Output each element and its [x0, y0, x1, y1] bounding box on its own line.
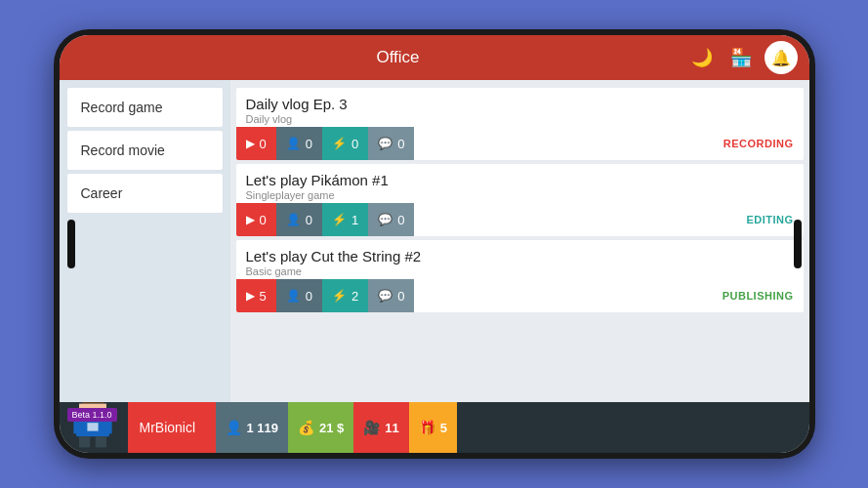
followers-count: 1 119	[247, 421, 279, 435]
svg-rect-12	[87, 423, 98, 430]
avatar-area: Beta 1.1.0	[60, 402, 128, 453]
video-3-persons: 👤 0	[276, 279, 322, 312]
top-bar: Office 🌙 🏪 🔔	[60, 35, 809, 80]
video-3-stats: ▶ 5 👤 0 ⚡ 2 💬 0	[236, 279, 804, 312]
video-card-1-header: Daily vlog Ep. 3 Daily vlog	[236, 88, 804, 127]
person-icon-2: 👤	[286, 213, 301, 226]
video-card-3-header: Let's play Cut the String #2 Basic game	[236, 240, 804, 279]
bottom-followers: 👤 1 119	[216, 402, 289, 453]
bottom-gifts: 🎁 5	[409, 402, 457, 453]
sidebar-item-career[interactable]: Career	[67, 174, 223, 213]
svg-rect-8	[73, 420, 79, 433]
phone-screen: Office 🌙 🏪 🔔 Record game Record movie Ca…	[60, 35, 809, 453]
play-icon-3: ▶	[246, 289, 255, 303]
username-text: MrBionicl	[140, 420, 196, 435]
video-card-2: Let's play Pikámon #1 Singleplayer game …	[236, 164, 804, 236]
sidebar-item-record-movie[interactable]: Record movie	[67, 131, 223, 170]
video-3-subtitle: Basic game	[246, 265, 794, 277]
video-1-status: RECORDING	[414, 138, 803, 149]
chat-icon-3: 💬	[378, 289, 393, 303]
money-icon: 💰	[298, 420, 314, 435]
bolt-icon: ⚡	[332, 137, 347, 150]
video-3-status: PUBLISHING	[414, 290, 803, 302]
sidebar-item-record-game[interactable]: Record game	[67, 88, 223, 127]
phone-frame: Office 🌙 🏪 🔔 Record game Record movie Ca…	[54, 29, 815, 459]
play-icon-2: ▶	[246, 213, 255, 226]
video-1-bolts: ⚡ 0	[322, 127, 368, 160]
svg-rect-11	[95, 436, 105, 447]
views-icon: 🎥	[363, 420, 380, 435]
video-3-title: Let's play Cut the String #2	[246, 248, 794, 264]
main-content: Record game Record movie Career Daily vl…	[60, 80, 809, 402]
top-bar-icons: 🌙 🏪 🔔	[686, 41, 798, 74]
video-1-chats: 💬 0	[368, 127, 414, 160]
moon-icon[interactable]: 🌙	[686, 42, 718, 73]
svg-rect-9	[106, 420, 112, 433]
video-2-plays: ▶ 0	[236, 203, 276, 236]
app-title: Office	[110, 48, 686, 67]
chat-icon: 💬	[378, 137, 393, 150]
video-1-persons: 👤 0	[276, 127, 322, 160]
video-2-bolts: ⚡ 1	[322, 203, 368, 236]
video-card-1: Daily vlog Ep. 3 Daily vlog ▶ 0 👤 0	[236, 88, 804, 160]
video-3-bolts: ⚡ 2	[322, 279, 368, 312]
version-badge: Beta 1.1.0	[67, 408, 117, 422]
video-2-status: EDITING	[414, 214, 803, 225]
bolt-icon-3: ⚡	[332, 289, 347, 303]
bottom-views: 🎥 11	[353, 402, 408, 453]
bottom-bar: Beta 1.1.0 MrBionicl 👤 1 119 💰 21 $ 🎥 11…	[60, 402, 809, 453]
sidebar: Record game Record movie Career	[60, 80, 230, 402]
video-2-title: Let's play Pikámon #1	[246, 172, 794, 188]
svg-rect-0	[81, 402, 103, 404]
video-2-stats: ▶ 0 👤 0 ⚡ 1 💬 0	[236, 203, 804, 236]
svg-rect-10	[79, 436, 90, 447]
views-count: 11	[385, 421, 398, 435]
video-2-chats: 💬 0	[368, 203, 414, 236]
video-card-2-header: Let's play Pikámon #1 Singleplayer game	[236, 164, 804, 203]
bell-icon[interactable]: 🔔	[765, 41, 798, 74]
video-card-3: Let's play Cut the String #2 Basic game …	[236, 240, 804, 312]
bottom-money: 💰 21 $	[288, 402, 353, 453]
followers-icon: 👤	[226, 420, 242, 435]
video-3-plays: ▶ 5	[236, 279, 276, 312]
video-3-chats: 💬 0	[368, 279, 414, 312]
video-2-subtitle: Singleplayer game	[246, 189, 794, 201]
chat-icon-2: 💬	[378, 213, 393, 226]
bolt-icon-2: ⚡	[332, 213, 347, 226]
video-1-stats: ▶ 0 👤 0 ⚡ 0 💬 0	[236, 127, 804, 160]
video-1-subtitle: Daily vlog	[246, 113, 794, 125]
video-1-plays: ▶ 0	[236, 127, 276, 160]
play-icon: ▶	[246, 137, 255, 150]
username-display: MrBionicl	[128, 402, 216, 453]
gifts-icon: 🎁	[419, 420, 435, 435]
person-icon-3: 👤	[286, 289, 301, 303]
video-2-persons: 👤 0	[276, 203, 322, 236]
store-icon[interactable]: 🏪	[725, 42, 757, 73]
money-amount: 21 $	[319, 421, 344, 435]
content-area: Daily vlog Ep. 3 Daily vlog ▶ 0 👤 0	[230, 80, 809, 402]
video-1-title: Daily vlog Ep. 3	[246, 96, 794, 112]
gifts-count: 5	[440, 421, 447, 435]
person-icon: 👤	[286, 137, 301, 150]
